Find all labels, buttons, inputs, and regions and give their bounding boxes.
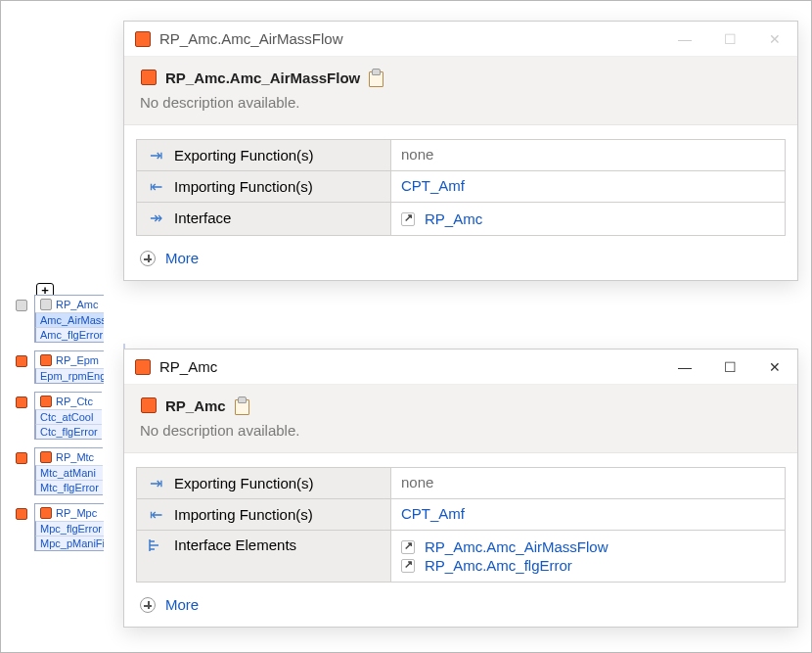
tree-block-title[interactable]: RP_Amc — [35, 296, 104, 312]
table-row: Interface Elements RP_Amc.Amc_AirMassFlo… — [137, 531, 786, 583]
window-title: RP_Amc — [159, 358, 654, 375]
clipboard-icon[interactable] — [368, 69, 383, 86]
component-icon — [15, 396, 28, 409]
tree-row[interactable]: Mtc_flgError — [35, 480, 103, 495]
component-icon — [15, 354, 28, 368]
component-tree: RP_Amc Amc_AirMass Amc_flgError RP_Epm E… — [15, 295, 104, 559]
component-icon — [39, 353, 53, 367]
component-icon — [134, 30, 152, 48]
detail-window-bottom: RP_Amc — ☐ ✕ RP_Amc No description avail… — [123, 349, 798, 628]
row-value-link[interactable]: RP_Amc.Amc_AirMassFlow — [425, 538, 609, 555]
row-label: Importing Function(s) — [174, 506, 313, 523]
tree-block-title[interactable]: RP_Mpc — [35, 504, 104, 521]
tree-row[interactable]: Mtc_atMani — [35, 465, 103, 481]
tree-block[interactable]: RP_Ctc Ctc_atCool Ctc_flgError — [15, 392, 104, 440]
minimize-button[interactable]: — — [662, 350, 707, 385]
row-label: Interface Elements — [174, 536, 296, 553]
tree-block-label: RP_Ctc — [56, 396, 93, 407]
minimize-button: — — [662, 22, 707, 57]
row-value-link[interactable]: CPT_Amf — [401, 177, 465, 194]
tree-block-label: RP_Mpc — [56, 507, 97, 519]
interface-elements-icon — [147, 537, 164, 553]
component-icon — [140, 396, 158, 414]
tree-row[interactable]: Mpc_flgError — [35, 521, 104, 536]
component-icon — [134, 358, 152, 376]
row-value-link[interactable]: CPT_Amf — [401, 505, 465, 522]
component-icon — [39, 450, 53, 464]
component-icon — [39, 298, 53, 311]
plus-icon — [140, 597, 156, 613]
tree-block[interactable]: RP_Mtc Mtc_atMani Mtc_flgError — [15, 447, 104, 495]
tree-block-title[interactable]: RP_Epm — [35, 351, 104, 368]
window-header: RP_Amc.Amc_AirMassFlow No description av… — [124, 57, 797, 125]
component-icon — [39, 506, 53, 520]
tree-block-label: RP_Amc — [56, 299, 98, 310]
row-value: none — [401, 146, 433, 163]
more-toggle[interactable]: More — [124, 242, 797, 280]
component-icon — [15, 507, 28, 521]
row-value-link[interactable]: RP_Amc.Amc_flgError — [425, 557, 572, 574]
more-label: More — [165, 596, 199, 613]
more-label: More — [165, 250, 199, 266]
header-title: RP_Amc.Amc_AirMassFlow — [165, 70, 360, 86]
row-value-link[interactable]: RP_Amc — [425, 210, 482, 227]
maximize-button[interactable]: ☐ — [707, 350, 752, 385]
import-icon: ⇤ — [147, 505, 164, 524]
header-title: RP_Amc — [165, 397, 226, 414]
row-value: none — [401, 474, 433, 490]
tree-block-label: RP_Epm — [56, 354, 99, 366]
window-titlebar[interactable]: RP_Amc — ☐ ✕ — [124, 350, 797, 385]
tree-block-title[interactable]: RP_Ctc — [35, 393, 102, 409]
component-icon — [15, 451, 28, 465]
tree-block[interactable]: RP_Mpc Mpc_flgError Mpc_pManiFilt — [15, 503, 104, 551]
tree-row[interactable]: Ctc_atCool — [35, 409, 102, 425]
header-description: No description available. — [140, 94, 782, 111]
clipboard-icon[interactable] — [234, 396, 249, 414]
table-row: ⇥ Exporting Function(s) none — [137, 140, 786, 171]
tree-row[interactable]: Amc_flgError — [35, 327, 104, 343]
properties-table: ⇥ Exporting Function(s) none ⇤ Importing… — [136, 467, 786, 583]
row-label: Interface — [174, 210, 231, 226]
detail-window-top: RP_Amc.Amc_AirMassFlow — ☐ ✕ RP_Amc.Amc_… — [123, 21, 798, 281]
goto-icon[interactable] — [401, 212, 415, 226]
tree-row[interactable]: Amc_AirMass — [35, 312, 104, 328]
component-icon — [140, 69, 158, 86]
window-header: RP_Amc No description available. — [124, 385, 797, 453]
tree-row[interactable]: Mpc_pManiFilt — [35, 536, 104, 551]
table-row: ↠ Interface RP_Amc — [137, 203, 786, 236]
table-row: ⇤ Importing Function(s) CPT_Amf — [137, 171, 786, 203]
tree-row[interactable]: Epm_rpmEngS — [35, 368, 104, 384]
tree-block-label: RP_Mtc — [56, 451, 94, 463]
row-label: Exporting Function(s) — [174, 147, 314, 163]
tree-row[interactable]: Ctc_flgError — [35, 424, 102, 440]
import-icon: ⇤ — [147, 177, 164, 196]
window-titlebar[interactable]: RP_Amc.Amc_AirMassFlow — ☐ ✕ — [124, 22, 797, 57]
properties-table: ⇥ Exporting Function(s) none ⇤ Importing… — [136, 139, 786, 236]
component-icon — [15, 299, 28, 312]
close-button[interactable]: ✕ — [752, 350, 797, 385]
goto-icon[interactable] — [401, 540, 415, 554]
maximize-button: ☐ — [707, 22, 752, 57]
more-toggle[interactable]: More — [124, 588, 797, 627]
table-row: ⇤ Importing Function(s) CPT_Amf — [137, 499, 786, 531]
export-icon: ⇥ — [147, 146, 164, 164]
header-description: No description available. — [140, 422, 782, 439]
tree-block[interactable]: RP_Amc Amc_AirMass Amc_flgError — [15, 295, 104, 343]
row-label: Exporting Function(s) — [174, 475, 314, 491]
tree-block[interactable]: RP_Epm Epm_rpmEngS — [15, 350, 104, 384]
component-icon — [39, 395, 53, 408]
goto-icon[interactable] — [401, 559, 415, 573]
plus-icon — [140, 251, 156, 266]
close-button: ✕ — [752, 22, 797, 57]
tree-block-title[interactable]: RP_Mtc — [35, 448, 103, 465]
export-icon: ⇥ — [147, 474, 164, 492]
table-row: ⇥ Exporting Function(s) none — [137, 468, 786, 499]
interface-icon: ↠ — [147, 209, 164, 227]
row-label: Importing Function(s) — [174, 178, 313, 195]
window-title: RP_Amc.Amc_AirMassFlow — [159, 30, 654, 47]
